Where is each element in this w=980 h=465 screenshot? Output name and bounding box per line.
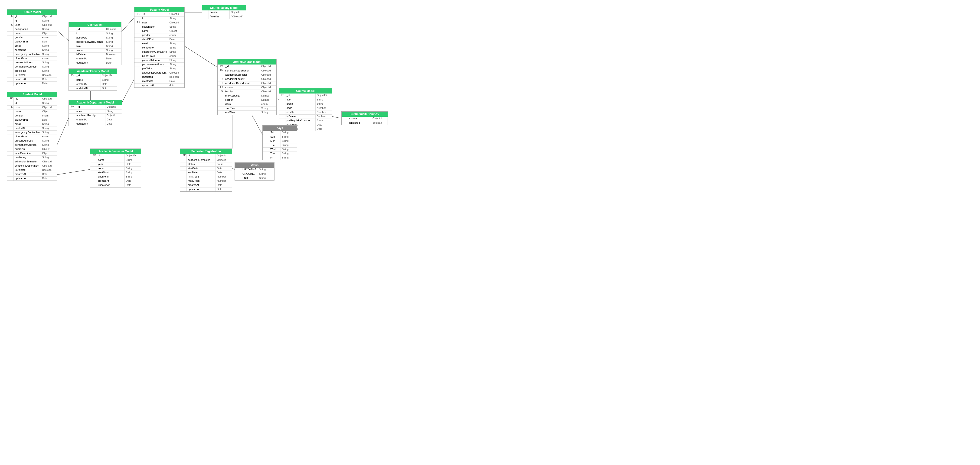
pre-requisite-courses-body: courseObjectId isDeletedBoolean [342, 117, 388, 125]
pre-requisite-courses: PreRequisiteCourses courseObjectId isDel… [341, 111, 388, 125]
semester-registration-body: PK_idObjectId academicSemesterObjectId s… [180, 154, 232, 191]
status-model-body: UPCOMINGString ONGOINGString ENDEDString [235, 168, 274, 180]
student-model-body: PK_idObjectId idString FKuserObjectId na… [7, 97, 57, 181]
semester-registration: Semester Registration PK_idObjectId acad… [180, 149, 232, 192]
academic-semester-model: AcademicSemester Model PK_idObjectID nam… [90, 149, 141, 187]
academic-faculty-model: AcademicFaculty Model PK_idObjectID name… [68, 68, 117, 91]
academic-semester-model-header: AcademicSemester Model [90, 149, 141, 154]
days-model-header: days [262, 125, 297, 131]
admin-row-type-3: ObjectId [41, 23, 57, 27]
user-model-body: _idObjectId idString passwordString need… [69, 27, 121, 65]
erd-diagram: Admin Model PK_idObjectId idString FKuse… [0, 0, 980, 465]
student-model-header: Student Model [7, 92, 57, 97]
admin-row-field-3: user [14, 23, 41, 27]
admin-row-key-2 [7, 19, 14, 23]
days-model-body: SatString SunString MonString TueString … [262, 131, 297, 160]
academic-faculty-model-body: PK_idObjectID nameString createdAtDate u… [69, 74, 117, 90]
semester-registration-header: Semester Registration [180, 149, 232, 154]
user-model-header: User Model [69, 22, 121, 27]
days-model: days SatString SunString MonString TueSt… [262, 125, 297, 160]
offered-course-model: OfferedCourse Model PK_idObjectId FKseme… [217, 59, 277, 115]
admin-model: Admin Model PK_idObjectId idString FKuse… [7, 9, 57, 86]
admin-row-field-1: _id [14, 14, 41, 19]
faculty-model-body: PK_idObjectId idString FKuserObjectId de… [134, 12, 185, 87]
admin-row-type-2: String [41, 19, 57, 23]
course-model-header: Course Model [279, 89, 332, 94]
academic-department-model-body: PK_idObjectId nameString academicFaculty… [69, 105, 122, 126]
academic-semester-model-body: PK_idObjectID nameString yearDate codeSt… [90, 154, 141, 187]
status-model-header: status [235, 163, 274, 168]
faculty-model-header: Faculty Model [134, 7, 185, 12]
admin-row-field-2: id [14, 19, 41, 23]
admin-model-header: Admin Model [7, 10, 57, 14]
academic-department-model-header: AcademicDepartment Model [69, 100, 122, 105]
pre-requisite-courses-header: PreRequisiteCourses [342, 112, 388, 117]
academic-department-model: AcademicDepartment Model PK_idObjectId n… [68, 100, 122, 126]
course-model: Course Model PK_idObjectID titleString p… [279, 88, 332, 131]
offered-course-model-body: PK_idObjectId FKsemesterRegistrationObje… [218, 65, 276, 114]
course-faculty-model-header: CourseFaculty Model [202, 5, 246, 10]
user-model: User Model _idObjectId idString password… [68, 22, 121, 65]
admin-model-body: PK_idObjectId idString FKuserObjectId de… [7, 14, 57, 86]
course-faculty-model: CourseFaculty Model courseObjectId facul… [202, 5, 246, 19]
status-model: status UPCOMINGString ONGOINGString ENDE… [235, 162, 275, 181]
admin-row-key-3: FK [7, 23, 14, 27]
course-faculty-model-body: courseObjectId faculties[ ObjectId ] [202, 10, 246, 19]
admin-row-type-1: ObjectId [41, 14, 57, 19]
student-model: Student Model PK_idObjectId idString FKu… [7, 92, 57, 181]
admin-row-key-1: PK [7, 14, 14, 19]
academic-faculty-model-header: AcademicFaculty Model [69, 69, 117, 74]
offered-course-model-header: OfferedCourse Model [218, 59, 276, 65]
faculty-model: Faculty Model PK_idObjectId idString FKu… [134, 7, 185, 88]
